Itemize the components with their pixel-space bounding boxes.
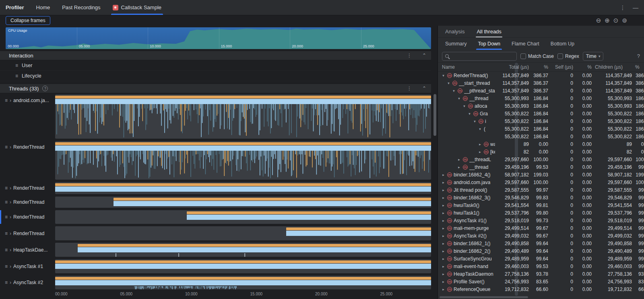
threads-header[interactable]: Threads (33) ? ⋮ ⌃	[0, 84, 431, 93]
reset-zoom-icon[interactable]: ⊙	[613, 17, 619, 24]
col-name[interactable]: Name	[438, 64, 497, 70]
zoom-to-selection-icon[interactable]: ⊚	[622, 17, 627, 24]
chevron-right-icon[interactable]: ▸	[441, 226, 446, 230]
thread-label[interactable]: ≡›RenderThread	[0, 197, 55, 208]
table-row[interactable]: ▾(55,300,822186.8400.0055,300,822186.84	[438, 125, 644, 133]
table-row[interactable]: ▸mSurfaceSyncGrou29,489,95999.6400.0029,…	[438, 255, 644, 262]
chevron-right-icon[interactable]: ▸	[441, 257, 446, 261]
table-row[interactable]: ▸mHeapTaskDaemon27,758,13693.7800.0027,7…	[438, 270, 644, 278]
chevron-right-icon[interactable]: ▸	[441, 264, 446, 268]
col-children-pct[interactable]: %	[634, 64, 644, 70]
chevron-down-icon[interactable]: ▾	[446, 81, 451, 85]
table-row[interactable]: ▾mGra55,300,822186.8400.0055,300,822186.…	[438, 110, 644, 117]
chevron-down-icon[interactable]: ▾	[467, 112, 472, 116]
minimize-icon[interactable]: —	[633, 4, 638, 11]
more-options-icon[interactable]: ⋮	[407, 86, 412, 91]
tab-flame-chart[interactable]: Flame Chart	[511, 41, 540, 50]
more-options-icon[interactable]: ⋮	[407, 53, 412, 58]
tab-all-threads[interactable]: All threads	[476, 29, 502, 37]
thread-track[interactable]	[55, 94, 431, 139]
vertical-scrollbar-thumb[interactable]	[433, 94, 436, 136]
thread-track[interactable]	[55, 276, 431, 289]
chevron-right-icon[interactable]: ▸	[441, 249, 446, 253]
chevron-right-icon[interactable]: ▸	[441, 219, 446, 223]
chevron-right-icon[interactable]: ▸	[441, 196, 446, 200]
thread-track[interactable]	[55, 259, 431, 273]
thread-track[interactable]	[55, 182, 431, 194]
chevron-down-icon[interactable]: ▾	[462, 104, 466, 108]
thread-label[interactable]: ≡›RenderThread	[0, 226, 55, 240]
col-self-pct[interactable]: %	[575, 64, 593, 70]
table-row[interactable]: ▸mJit thread pool()29,587,55599.9700.002…	[438, 186, 644, 194]
table-row[interactable]: ▸m__thread29,459,19699.5300.0029,459,196…	[438, 163, 644, 171]
tab-analysis[interactable]: Analysis	[444, 29, 465, 37]
table-row[interactable]: ▾m__thread55,300,993186.8400.0055,300,99…	[438, 94, 644, 102]
table-row[interactable]: ▾mi55,300,822186.8400.0055,300,822186.84	[438, 117, 644, 125]
search-box[interactable]	[442, 52, 517, 61]
thread-label[interactable]: ≡›RenderThread	[0, 141, 55, 180]
chevron-down-icon[interactable]: ▾	[441, 74, 446, 78]
col-total-pct[interactable]: %	[530, 64, 550, 70]
chevron-down-icon[interactable]: ▾	[452, 89, 456, 93]
table-row[interactable]: ▸mbinder:16862_2()29,490,48999.6400.0029…	[438, 247, 644, 255]
filter-help-icon[interactable]: ?	[637, 53, 640, 59]
table-row[interactable]: ▾m__start_thread114,357,849386.3700.0011…	[438, 79, 644, 87]
match-case-checkbox[interactable]	[520, 53, 526, 59]
chevron-down-icon[interactable]: ▾	[478, 127, 482, 131]
chevron-right-icon[interactable]: ▸	[457, 158, 461, 162]
time-dropdown[interactable]: Time ▾	[583, 52, 604, 61]
collapse-frames-button[interactable]: Collapse frames	[6, 16, 50, 25]
tab-summary[interactable]: Summary	[444, 41, 467, 50]
chevron-down-icon[interactable]: ▾	[473, 119, 477, 123]
thread-track[interactable]	[55, 243, 431, 257]
horizontal-scrollbar-thumb[interactable]	[440, 296, 528, 298]
cpu-usage-chart[interactable]: CPU Usage 00.00005.00010.00015.00020.000…	[6, 27, 431, 49]
chevron-right-icon[interactable]: ▸	[441, 287, 446, 291]
thread-track[interactable]	[55, 141, 431, 180]
table-row[interactable]: ▸mbinder:16862_3()29,546,82999.8300.0029…	[438, 194, 644, 201]
collapse-section-icon[interactable]: ⌃	[422, 86, 426, 91]
regex-checkbox[interactable]	[557, 53, 563, 59]
table-row[interactable]: ▸mhwuiTask1()29,537,79699.8000.0029,537,…	[438, 209, 644, 217]
table-row[interactable]: ▾malloca55,300,993186.8400.0055,300,9931…	[438, 102, 644, 110]
table-row[interactable]: ▸mProfile Saver()24,756,99383.6500.0024,…	[438, 278, 644, 285]
table-row[interactable]: ▸mandroid.com.java29,597,660100.0000.002…	[438, 178, 644, 186]
thread-label[interactable]: ≡›android.com.ja...	[0, 94, 55, 139]
chevron-right-icon[interactable]: ▸	[441, 211, 446, 215]
interaction-header[interactable]: Interaction ⋮ ⌃	[0, 51, 431, 60]
chevron-right-icon[interactable]: ▸	[441, 180, 446, 184]
tab-callstack-sample[interactable]: Callstack Sample	[113, 0, 161, 15]
table-row[interactable]: ▸mhwuiTask0()29,541,55499.8100.0029,541,…	[438, 201, 644, 209]
chevron-right-icon[interactable]: ▸	[441, 173, 446, 177]
thread-label[interactable]: ≡›AsyncTask #2	[0, 276, 55, 289]
table-row[interactable]: ▸m[ke820.0000.00820.00	[438, 148, 644, 156]
more-options-icon[interactable]: ⋮	[620, 4, 625, 11]
tab-top-down[interactable]: Top Down	[477, 41, 501, 50]
col-children[interactable]: Children (µs)	[593, 64, 634, 70]
table-row[interactable]: ▸mbinder:16862_1()29,490,85899.6400.0029…	[438, 240, 644, 247]
thread-track[interactable]	[55, 197, 431, 208]
table-row[interactable]: ▸mwai890.0000.00890.00	[438, 140, 644, 148]
table-row[interactable]: ▸mmali-event-hand29,460,00399.5300.0029,…	[438, 262, 644, 270]
zoom-out-icon[interactable]: ⊖	[596, 17, 601, 24]
interaction-row-lifecycle[interactable]: ≡ Lifecycle	[0, 71, 431, 81]
table-row[interactable]: 55,300,822186.8400.0055,300,822186.84	[438, 133, 644, 140]
table-row[interactable]: ▸mbinder:16862_4()58,907,182199.0300.005…	[438, 171, 644, 178]
zoom-in-icon[interactable]: ⊕	[605, 17, 610, 24]
search-input[interactable]	[451, 53, 514, 59]
chevron-right-icon[interactable]: ▸	[478, 142, 482, 146]
chevron-right-icon[interactable]: ▸	[478, 150, 482, 154]
tab-past-recordings[interactable]: Past Recordings	[62, 0, 100, 15]
table-row[interactable]: ▾mRenderThread()114,357,849386.3700.0011…	[438, 72, 644, 79]
table-row[interactable]: ▸mReferenceQueue19,712,83266.6000.0019,7…	[438, 285, 644, 293]
chevron-right-icon[interactable]: ▸	[441, 242, 446, 246]
collapse-section-icon[interactable]: ⌃	[422, 53, 426, 58]
thread-label[interactable]: ≡›RenderThread	[0, 210, 55, 224]
chevron-right-icon[interactable]: ▸	[441, 272, 446, 276]
chevron-right-icon[interactable]: ▸	[441, 234, 446, 238]
chevron-right-icon[interactable]: ▸	[441, 188, 446, 192]
table-row[interactable]: ▾m__pthread_start114,357,849386.3700.001…	[438, 87, 644, 94]
tab-bottom-up[interactable]: Bottom Up	[550, 41, 575, 50]
tab-home[interactable]: Home	[36, 0, 50, 15]
chevron-right-icon[interactable]: ▸	[457, 165, 461, 169]
